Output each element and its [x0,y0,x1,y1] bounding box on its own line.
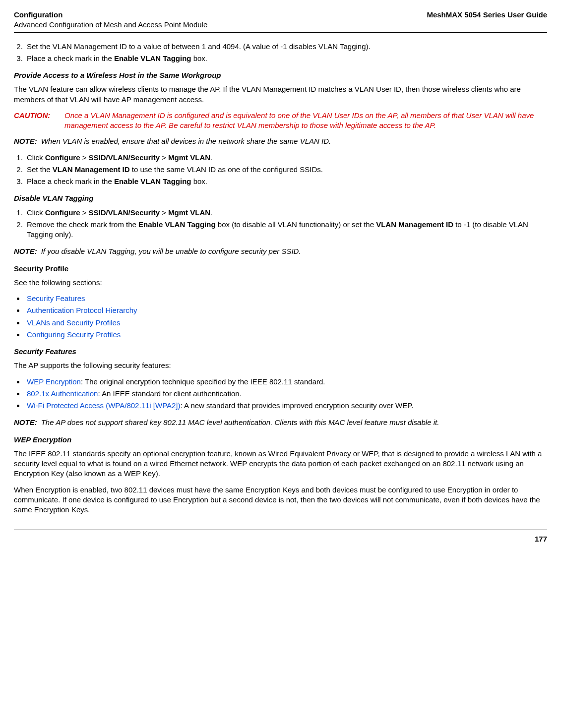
page-number: 177 [535,535,547,543]
wep-para-1: The IEEE 802.11 standards specify an opt… [14,449,547,479]
list1-item3-post: box. [191,54,207,62]
list3-item2-pre: Remove the check mark from the [27,220,138,229]
link-wep-encryption[interactable]: WEP Encryption [27,377,81,386]
note-1: NOTE: When VLAN is enabled, ensure that … [14,136,547,146]
note-2-body: If you disable VLAN Tagging, you will be… [41,246,547,256]
note-3: NOTE: The AP does not support shared key… [14,418,547,427]
note-3-label: NOTE: [14,418,37,427]
list2-item3: Place a check mark in the Enable VLAN Ta… [25,177,547,186]
list2-item1: Click Configure > SSID/VLAN/Security > M… [25,153,547,163]
list2-item1-pre: Click [27,153,45,162]
feature-8021x: 802.1x Authentication: An IEEE standard … [25,389,547,399]
list2-item2-pre: Set the [27,165,53,174]
list3-item2: Remove the check mark from the Enable VL… [25,220,547,240]
list1-item3: Place a check mark in the Enable VLAN Ta… [25,54,547,63]
list3-item1-post: . [210,208,212,217]
list3-item2-b2: VLAN Management ID [376,220,453,229]
link-security-features[interactable]: Security Features [27,294,85,303]
list3-item2-mid: box (to disable all VLAN functionality) … [216,220,376,229]
security-profile-heading: Security Profile [14,264,547,274]
list1-item3-pre: Place a check mark in the [27,54,114,62]
caution-block: CAUTION: Once a VLAN Management ID is co… [14,111,547,131]
provide-access-para: The VLAN feature can allow wireless clie… [14,84,547,105]
list1-item2-text: Set the VLAN Management ID to a value of… [27,42,371,51]
numbered-list-2: Click Configure > SSID/VLAN/Security > M… [14,153,547,187]
link-config-profiles[interactable]: Configuring Security Profiles [27,330,121,339]
list2-item1-sep1: > [80,153,89,162]
security-profile-intro: See the following sections: [14,278,547,288]
feature-wep-rest: : The original encryption technique spec… [81,377,325,386]
feature-wep: WEP Encryption: The original encryption … [25,377,547,387]
link-item-3: VLANs and Security Profiles [25,318,547,328]
page-footer: 177 [14,530,547,544]
list3-item1-b3: Mgmt VLAN [168,208,210,217]
header-left: Configuration Advanced Configuration of … [14,10,207,30]
list2-item2: Set the VLAN Management ID to use the sa… [25,165,547,175]
caution-label: CAUTION: [14,111,60,131]
list2-item3-post: box. [191,177,207,185]
link-item-4: Configuring Security Profiles [25,330,547,340]
link-vlans-profiles[interactable]: VLANs and Security Profiles [27,318,120,327]
list2-item2-b: VLAN Management ID [53,165,130,174]
list3-item1-sep2: > [160,208,168,217]
list3-item1-pre: Click [27,208,45,217]
feature-wpa-rest: : A new standard that provides improved … [181,401,414,410]
numbered-list-1: Set the VLAN Management ID to a value of… [14,42,547,64]
list3-item2-b1: Enable VLAN Tagging [138,220,216,229]
list3-item1-b1: Configure [45,208,80,217]
link-wpa[interactable]: Wi-Fi Protected Access (WPA/802.11i [WPA… [27,401,181,410]
numbered-list-3: Click Configure > SSID/VLAN/Security > M… [14,208,547,240]
list1-item3-bold: Enable VLAN Tagging [114,54,191,62]
provide-access-heading: Provide Access to a Wireless Host in the… [14,70,547,80]
note-2-label: NOTE: [14,246,37,256]
disable-vlan-heading: Disable VLAN Tagging [14,193,547,203]
list3-item1: Click Configure > SSID/VLAN/Security > M… [25,208,547,218]
header-right: MeshMAX 5054 Series User Guide [427,10,547,20]
wep-para-2: When Encryption is enabled, two 802.11 d… [14,485,547,515]
list1-item2: Set the VLAN Management ID to a value of… [25,42,547,52]
list2-item3-pre: Place a check mark in the [27,177,114,185]
note-2: NOTE: If you disable VLAN Tagging, you w… [14,246,547,256]
link-list: Security Features Authentication Protoco… [14,294,547,340]
link-item-2: Authentication Protocol Hierarchy [25,305,547,315]
list2-item1-post: . [210,153,212,162]
header-left-line2: Advanced Configuration of Mesh and Acces… [14,20,207,30]
feature-wpa: Wi-Fi Protected Access (WPA/802.11i [WPA… [25,401,547,411]
list2-item1-b2: SSID/VLAN/Security [89,153,160,162]
features-list: WEP Encryption: The original encryption … [14,377,547,411]
header-left-line1: Configuration [14,10,207,20]
note-1-label: NOTE: [14,136,37,146]
caution-body: Once a VLAN Management ID is configured … [64,111,547,131]
list2-item3-b: Enable VLAN Tagging [114,177,191,185]
note-3-body: The AP does not support shared key 802.1… [41,418,547,427]
link-8021x-auth[interactable]: 802.1x Authentication [27,389,98,398]
list3-item1-sep1: > [80,208,89,217]
list2-item1-b1: Configure [45,153,80,162]
wep-encryption-heading: WEP Encryption [14,435,547,445]
list2-item1-sep2: > [160,153,168,162]
list2-item1-b3: Mgmt VLAN [168,153,210,162]
security-features-intro: The AP supports the following security f… [14,361,547,370]
note-1-body: When VLAN is enabled, ensure that all de… [41,136,547,146]
list2-item2-post: to use the same VLAN ID as one of the co… [130,165,323,174]
security-features-heading: Security Features [14,347,547,357]
feature-8021x-rest: : An IEEE standard for client authentica… [98,389,241,398]
page-header: Configuration Advanced Configuration of … [14,10,547,33]
link-auth-hierarchy[interactable]: Authentication Protocol Hierarchy [27,306,137,314]
list3-item1-b2: SSID/VLAN/Security [89,208,160,217]
link-item-1: Security Features [25,294,547,303]
